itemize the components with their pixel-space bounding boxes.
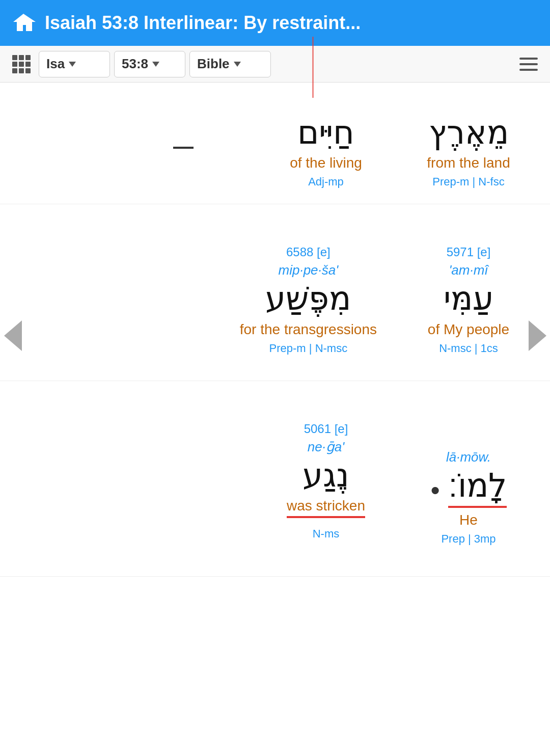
left-arrow-icon bbox=[4, 320, 22, 351]
grammar-meeretz: Prep-m | N-fsc bbox=[432, 175, 504, 188]
book-chevron-icon bbox=[69, 62, 76, 67]
strongs-ammi: 5971 [e] bbox=[447, 245, 491, 259]
menu-bar-2 bbox=[519, 63, 538, 65]
hebrew-word-nega: נֶגַע bbox=[302, 458, 349, 494]
word-block-ammi: 5971 [e] 'am·mî עַמִּי of My people N-ms… bbox=[418, 245, 519, 355]
english-lamo: He bbox=[459, 512, 478, 528]
word-block-chayim: חַיִּים of the living Adj-mp bbox=[275, 115, 377, 188]
chapter-select[interactable]: 53:8 bbox=[114, 51, 185, 77]
next-nav-button[interactable] bbox=[525, 85, 550, 587]
translit-ammi: 'am·mî bbox=[449, 262, 488, 278]
home-button[interactable] bbox=[10, 10, 37, 36]
book-label: Isa bbox=[46, 56, 65, 72]
word-block-dash: — bbox=[132, 115, 234, 188]
hebrew-word-lamo: לָמוֹ׃ bbox=[448, 468, 507, 508]
toolbar: Isa 53:8 Bible bbox=[0, 46, 550, 83]
interlinear-row-3: 5061 [e] ne·ḡa' נֶגַע was stricken N-ms … bbox=[0, 396, 550, 577]
english-mipesha: for the transgressions bbox=[240, 321, 377, 338]
hebrew-word-mipesha: מִפֶּשַׁע bbox=[265, 281, 351, 317]
word-block-meeretz: מֵאֶרֶץ from the land Prep-m | N-fsc bbox=[418, 115, 519, 188]
grammar-lamo: Prep | 3mp bbox=[441, 532, 496, 546]
page-title: Isaiah 53:8 Interlinear: By restraint... bbox=[45, 12, 540, 34]
hebrew-word-chayim: חַיִּים bbox=[297, 115, 354, 151]
word-block-mipesha: 6588 [e] mip·pe·ša' מִפֶּשַׁע for the tr… bbox=[240, 245, 377, 355]
right-arrow-icon bbox=[529, 320, 546, 351]
bible-chevron-icon bbox=[234, 62, 241, 67]
english-ammi: of My people bbox=[428, 321, 509, 338]
hamburger-menu-button[interactable] bbox=[515, 51, 542, 77]
translit-mipesha: mip·pe·ša' bbox=[279, 262, 339, 278]
dash-symbol: — bbox=[173, 135, 194, 158]
grammar-nega: N-ms bbox=[313, 527, 340, 541]
grammar-chayim: Adj-mp bbox=[308, 175, 344, 188]
bible-select[interactable]: Bible bbox=[189, 51, 271, 77]
hebrew-word-ammi: עַמִּי bbox=[444, 281, 493, 317]
interlinear-row-1: — חַיִּים of the living Adj-mp מֵאֶרֶץ f… bbox=[0, 95, 550, 204]
grammar-ammi: N-msc | 1cs bbox=[439, 342, 498, 355]
chapter-label: 53:8 bbox=[122, 56, 148, 72]
menu-bar-1 bbox=[519, 58, 538, 60]
translit-nega: ne·ḡa' bbox=[308, 439, 345, 455]
strongs-nega: 5061 [e] bbox=[304, 422, 348, 436]
word-block-nega: 5061 [e] ne·ḡa' נֶגַע was stricken N-ms bbox=[275, 422, 377, 546]
menu-bar-3 bbox=[519, 69, 538, 71]
header: Isaiah 53:8 Interlinear: By restraint... bbox=[0, 0, 550, 46]
bullet-symbol: • bbox=[430, 477, 439, 503]
english-meeretz: from the land bbox=[427, 155, 510, 171]
book-select[interactable]: Isa bbox=[39, 51, 110, 77]
grid-dots-icon bbox=[12, 55, 31, 73]
grammar-mipesha: Prep-m | N-msc bbox=[269, 342, 348, 355]
strongs-mipesha: 6588 [e] bbox=[286, 245, 331, 259]
hebrew-word-meeretz: מֵאֶרֶץ bbox=[429, 115, 509, 151]
translit-lamo: lā·mōw. bbox=[446, 449, 491, 465]
interlinear-row-2: 6588 [e] mip·pe·ša' מִפֶּשַׁע for the tr… bbox=[0, 220, 550, 381]
bible-label: Bible bbox=[197, 56, 230, 72]
interlinear-content: — חַיִּים of the living Adj-mp מֵאֶרֶץ f… bbox=[0, 85, 550, 587]
grid-menu-button[interactable] bbox=[8, 51, 35, 77]
english-nega: was stricken bbox=[287, 498, 365, 518]
chapter-chevron-icon bbox=[152, 62, 159, 67]
prev-nav-button[interactable] bbox=[0, 85, 25, 587]
word-block-lamo: lā·mōw. • לָמוֹ׃ He Prep | 3mp bbox=[418, 422, 519, 546]
english-chayim: of the living bbox=[290, 155, 362, 171]
